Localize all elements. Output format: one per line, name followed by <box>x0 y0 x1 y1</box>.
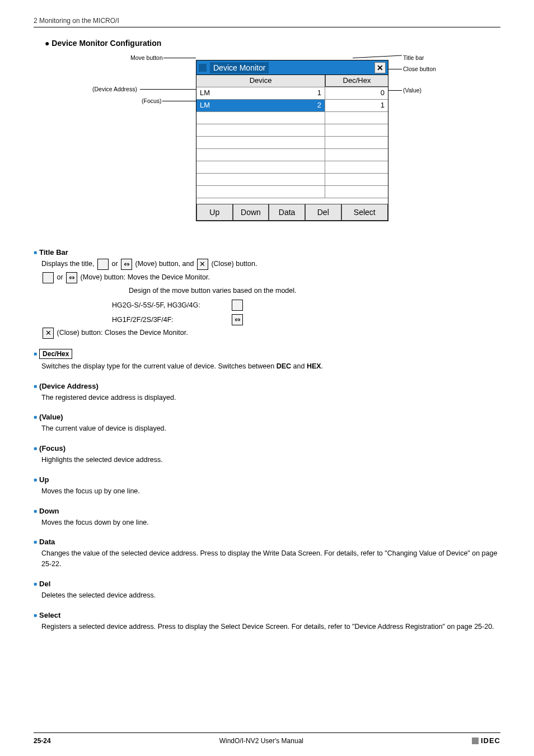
move-icon-plain <box>97 259 109 270</box>
window-title: Device Monitor <box>210 62 269 73</box>
def-close-desc: ✕ (Close) button: Closes the Device Moni… <box>41 328 500 339</box>
cell-addr: LM <box>200 101 210 110</box>
def-title-bar-heading: ■Title Bar <box>34 248 500 256</box>
device-monitor-titlebar[interactable]: Device Monitor ✕ <box>196 60 388 75</box>
header-dechex[interactable]: Dec/Hex <box>325 75 388 87</box>
callout-close-button: Close button <box>403 66 436 72</box>
device-monitor-window: Device Monitor ✕ Device Dec/Hex LM1 0 LM… <box>196 60 388 221</box>
callout-move-button: Move button <box>130 54 163 61</box>
table-row[interactable] <box>196 186 388 198</box>
select-button[interactable]: Select <box>341 204 388 221</box>
def-focus-heading: ■(Focus) <box>34 444 500 452</box>
def-value-heading: ■(Value) <box>34 413 500 421</box>
callout-focus: (Focus) <box>142 97 162 104</box>
move-icon-plain <box>43 272 54 283</box>
def-design-note: Design of the move button varies based o… <box>129 286 500 296</box>
def-data-heading: ■Data <box>34 538 500 546</box>
cell-num: 1 <box>317 88 321 98</box>
table-row[interactable]: LM1 0 <box>196 87 388 100</box>
callout-title-bar: Title bar <box>403 54 424 61</box>
move-icon-arrows: ⇔ <box>232 314 243 325</box>
callout-device-address: (Device Address) <box>92 86 137 92</box>
page-number: 25-24 <box>34 737 51 745</box>
move-icon-arrows: ⇔ <box>121 259 132 270</box>
def-del-heading: ■Del <box>34 580 500 588</box>
data-button[interactable]: Data <box>269 204 305 221</box>
def-move-desc: or ⇔ (Move) button: Moves the Device Mon… <box>41 272 500 283</box>
brand-logo: IDEC <box>472 736 500 745</box>
def-down-heading: ■Down <box>34 507 500 515</box>
grid-header: Device Dec/Hex <box>196 75 388 87</box>
move-icon-arrows: ⇔ <box>66 272 77 283</box>
def-select-heading: ■Select <box>34 611 500 619</box>
cell-addr: LM <box>200 88 210 98</box>
move-handle[interactable] <box>199 64 207 72</box>
table-row-focused[interactable]: LM2 1 <box>196 100 388 112</box>
cell-val: 0 <box>325 87 388 99</box>
move-icon-plain <box>232 300 243 311</box>
def-title-bar-line1: Displays the title, or ⇔ (Move) button, … <box>41 259 500 270</box>
def-dechex-heading: ■Dec/Hex <box>34 349 500 359</box>
def-down-text: Moves the focus down by one line. <box>41 517 500 528</box>
def-device-address-heading: ■(Device Address) <box>34 382 500 390</box>
def-del-text: Deletes the selected device address. <box>41 590 500 601</box>
diagram-area: Move button (Device Address) (Focus) Tit… <box>34 53 500 238</box>
def-up-heading: ■Up <box>34 475 500 484</box>
table-row[interactable] <box>196 161 388 174</box>
down-button[interactable]: Down <box>233 204 269 221</box>
table-row[interactable] <box>196 149 388 161</box>
page-header: 2 Monitoring on the MICRO/I <box>34 17 500 27</box>
table-row[interactable] <box>196 124 388 137</box>
def-device-address-text: The registered device address is display… <box>41 393 500 403</box>
model-row-b: HG1F/2F/2S/3F/4F: ⇔ <box>112 314 500 325</box>
def-data-text: Changes the value of the selected device… <box>41 548 500 570</box>
def-up-text: Moves the focus up by one line. <box>41 486 500 497</box>
cell-val: 1 <box>325 100 388 111</box>
header-device: Device <box>196 75 325 87</box>
callout-value: (Value) <box>403 87 421 94</box>
close-icon[interactable]: ✕ <box>374 62 386 73</box>
table-row[interactable] <box>196 112 388 124</box>
up-button[interactable]: Up <box>196 204 233 221</box>
model-row-a: HG2G-S/-5S/-5F, HG3G/4G: <box>112 300 500 311</box>
close-icon: ✕ <box>197 259 208 270</box>
def-focus-text: Highlights the selected device address. <box>41 455 500 465</box>
def-value-text: The current value of device is displayed… <box>41 423 500 434</box>
manual-title: WindO/I-NV2 User's Manual <box>219 737 303 745</box>
table-row[interactable] <box>196 174 388 186</box>
page-footer: 25-24 WindO/I-NV2 User's Manual IDEC <box>34 732 500 745</box>
del-button[interactable]: Del <box>305 204 341 221</box>
def-dechex-text: Switches the display type for the curren… <box>41 361 500 372</box>
close-icon: ✕ <box>43 328 54 339</box>
table-row[interactable] <box>196 137 388 149</box>
cell-num: 2 <box>317 101 321 110</box>
section-title: ● Device Monitor Configuration <box>45 39 500 48</box>
def-select-text: Registers a selected device address. Pre… <box>41 622 500 632</box>
